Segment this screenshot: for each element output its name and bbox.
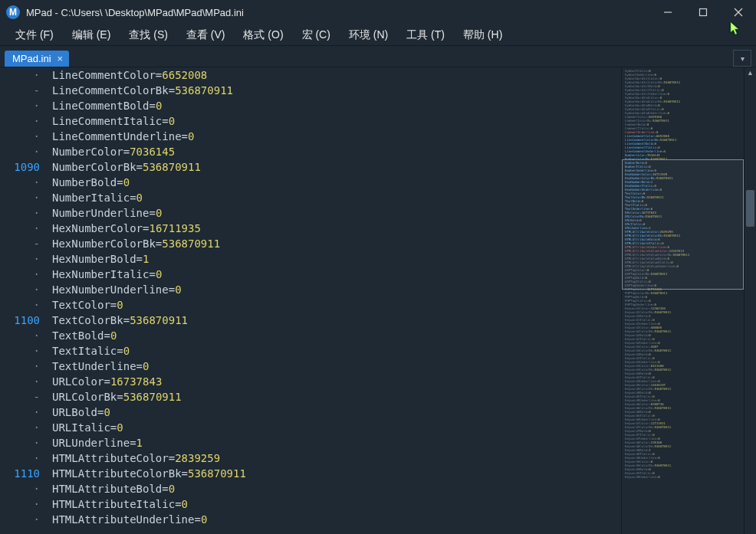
menu-find[interactable]: 查找 (S) [121,26,176,44]
code-line: LineCommentColor=6652008 [52,67,621,83]
vertical-scrollbar[interactable]: ▲ [744,67,756,534]
code-line: HTMLAttributeItalic=0 [52,496,621,512]
tab-label: MPad.ini [12,53,51,64]
menu-help[interactable]: 帮助 (H) [455,26,510,44]
code-line: NumberUnderline=0 [52,205,621,221]
code-editor[interactable]: LineCommentColor=6652008LineCommentColor… [44,67,621,534]
menu-view[interactable]: 查看 (V) [179,26,233,44]
close-button[interactable] [721,0,756,25]
code-line: TextItalic=0 [52,343,621,359]
minimize-button[interactable] [650,0,685,25]
code-line: URLColorBk=536870911 [52,389,621,405]
tab-bar: MPad.ini × ▾ [0,46,756,67]
menubar: 文件 (F) 编辑 (E) 查找 (S) 查看 (V) 格式 (O) 宏 (C)… [0,25,756,46]
app-logo-icon: M [6,5,20,19]
minimap-viewport[interactable] [622,159,744,290]
code-line: LineCommentUnderline=0 [52,129,621,144]
code-line: HTMLAttributeUnderline=0 [52,512,621,527]
code-line: HexNumberUnderline=0 [52,282,621,297]
tab-close-icon[interactable]: × [58,53,64,64]
line-number-gutter: ·-····1090····-····1100····-····1110··· [0,67,44,534]
maximize-button[interactable] [685,0,721,25]
scrollbar-up-icon[interactable]: ▲ [744,69,756,77]
code-line: HTMLAttributeColorBk=536870911 [52,466,621,481]
code-line: TextUnderline=0 [52,359,621,374]
code-line: URLUnderline=1 [52,435,621,450]
code-line: URLBold=0 [52,405,621,420]
window-title: MPad - C:\Users\ \Desktop\MPad\MPad\MPad… [26,7,244,18]
code-line: HexNumberColor=16711935 [52,221,621,236]
menu-env[interactable]: 环境 (N) [341,26,396,44]
code-line: URLItalic=0 [52,420,621,435]
menu-edit[interactable]: 编辑 (E) [64,26,119,44]
tab-list-dropdown[interactable]: ▾ [733,50,751,67]
code-line: URLColor=16737843 [52,374,621,389]
menu-macro[interactable]: 宏 (C) [294,26,338,44]
code-line: HTMLAttributeColor=2839259 [52,450,621,466]
minimap[interactable]: SymbolItalic=0 SymbolUnderline=0 SymbolW… [621,67,744,534]
menu-format[interactable]: 格式 (O) [235,26,291,44]
code-line: NumberItalic=0 [52,190,621,205]
code-line: TextColorBk=536870911 [52,313,621,328]
code-line: HexNumberItalic=0 [52,267,621,282]
code-line: TextColor=0 [52,297,621,313]
scrollbar-thumb[interactable] [746,190,754,227]
code-line: LineCommentColorBk=536870911 [52,83,621,98]
code-line: LineCommentBold=0 [52,98,621,113]
code-line: HexNumberColorBk=536870911 [52,236,621,251]
code-line: NumberBold=0 [52,175,621,190]
workspace: ·-····1090····-····1100····-····1110··· … [0,67,756,534]
code-line: NumberColor=7036145 [52,144,621,159]
code-line: HTMLAttributeBold=0 [52,481,621,496]
code-line: TextBold=0 [52,328,621,343]
titlebar: M MPad - C:\Users\ \Desktop\MPad\MPad\MP… [0,0,756,25]
menu-tools[interactable]: 工具 (T) [399,26,452,44]
tab-mpad-ini[interactable]: MPad.ini × [5,51,69,67]
code-line: LineCommentItalic=0 [52,113,621,129]
svg-rect-1 [700,9,707,16]
code-line: NumberColorBk=536870911 [52,159,621,175]
code-line: HexNumberBold=1 [52,251,621,267]
menu-file[interactable]: 文件 (F) [8,26,61,44]
